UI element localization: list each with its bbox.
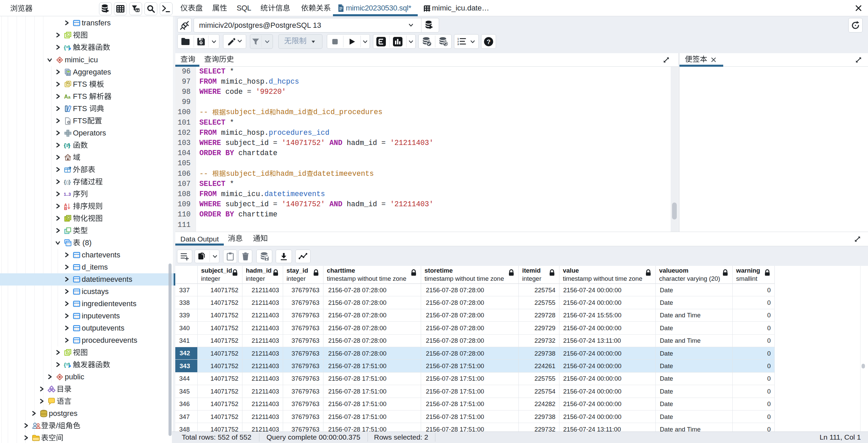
svg-text:1..3: 1..3 bbox=[64, 192, 71, 197]
svg-text:a: a bbox=[68, 94, 71, 100]
svg-text:A: A bbox=[64, 94, 68, 100]
svg-text:B: B bbox=[64, 206, 67, 210]
svg-text:(): () bbox=[66, 180, 69, 185]
svg-text:3: 3 bbox=[457, 43, 459, 46]
svg-text:{: { bbox=[64, 362, 66, 368]
svg-text:{: { bbox=[64, 44, 66, 51]
svg-text:{: { bbox=[64, 142, 66, 149]
svg-text:?: ? bbox=[487, 38, 491, 45]
